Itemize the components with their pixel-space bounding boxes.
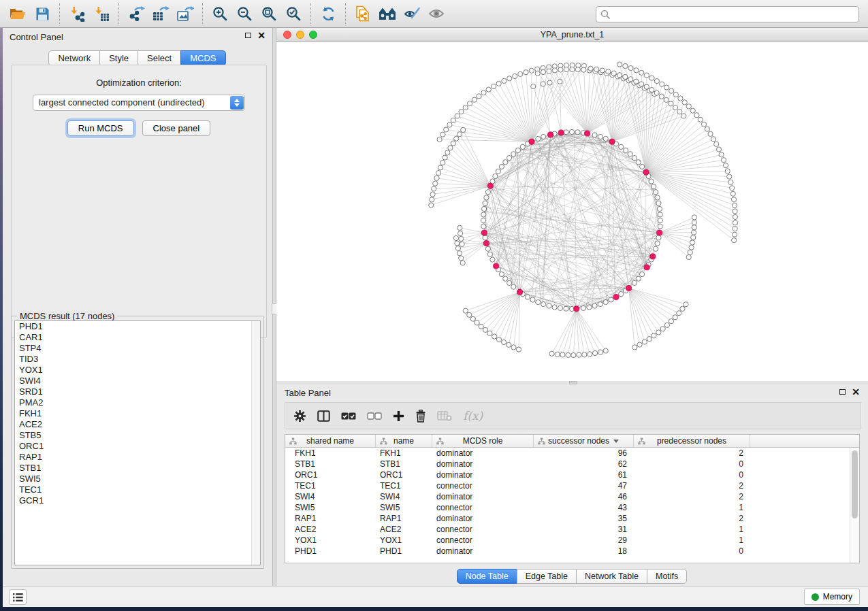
cell-name[interactable]: STB1 — [376, 459, 432, 469]
close-window-icon[interactable] — [283, 31, 291, 39]
result-node-item[interactable]: STB5 — [15, 430, 260, 441]
zoom-selected-button[interactable] — [281, 2, 306, 25]
cell-MCDS-role[interactable]: dominator — [432, 491, 534, 502]
cell-predecessor-nodes[interactable]: 0 — [634, 546, 750, 557]
search-input[interactable] — [613, 10, 854, 19]
table-row[interactable]: YOX1YOX1connector291 — [285, 535, 859, 546]
result-node-item[interactable]: RAP1 — [15, 452, 260, 463]
cell-name[interactable]: FKH1 — [376, 448, 432, 459]
cell-successor-nodes[interactable]: 96 — [534, 448, 634, 459]
cell-predecessor-nodes[interactable]: 1 — [634, 524, 750, 535]
open-session-button[interactable] — [5, 2, 30, 25]
cell-predecessor-nodes[interactable]: 2 — [634, 513, 750, 524]
import-network-button[interactable] — [65, 2, 89, 25]
cell-MCDS-role[interactable]: connector — [432, 535, 534, 546]
cell-successor-nodes[interactable]: 61 — [534, 469, 634, 480]
export-table-button[interactable] — [148, 2, 173, 25]
tab-style[interactable]: Style — [99, 50, 138, 66]
cell-name[interactable]: TEC1 — [376, 480, 432, 491]
float-panel-icon[interactable] — [839, 389, 846, 395]
column-header-successor-nodes[interactable]: successor nodes — [534, 435, 634, 447]
cell-MCDS-role[interactable]: connector — [432, 524, 534, 535]
scrollbar-thumb[interactable] — [852, 450, 858, 518]
cell-successor-nodes[interactable]: 47 — [534, 480, 634, 491]
table-row[interactable]: RAP1RAP1dominator352 — [285, 513, 859, 524]
result-node-item[interactable]: ACE2 — [15, 419, 260, 430]
cell-successor-nodes[interactable]: 31 — [534, 524, 634, 535]
table-row[interactable]: TEC1TEC1connector472 — [285, 480, 859, 491]
cell-shared-name[interactable]: ACE2 — [285, 524, 376, 535]
unselect-all-columns-button[interactable] — [367, 412, 382, 420]
export-image-button[interactable] — [173, 2, 197, 25]
tab-network[interactable]: Network — [48, 50, 100, 66]
result-list-scrollbar[interactable] — [251, 321, 260, 565]
cell-name[interactable]: RAP1 — [376, 513, 432, 524]
result-node-item[interactable]: TID3 — [15, 354, 260, 365]
refresh-view-button[interactable] — [316, 2, 340, 25]
result-node-item[interactable]: GCR1 — [15, 495, 260, 506]
zoom-fit-button[interactable] — [257, 2, 281, 25]
cell-predecessor-nodes[interactable]: 1 — [634, 535, 750, 546]
cell-MCDS-role[interactable]: connector — [432, 502, 534, 513]
cell-shared-name[interactable]: SWI4 — [285, 491, 376, 502]
function-builder-button[interactable]: f(x) — [463, 409, 483, 423]
network-window-titlebar[interactable]: YPA_prune.txt_1 — [276, 28, 868, 42]
table-row[interactable]: ORC1ORC1dominator610 — [285, 469, 859, 480]
cell-shared-name[interactable]: ORC1 — [285, 469, 376, 480]
cell-shared-name[interactable]: RAP1 — [285, 513, 376, 524]
result-node-item[interactable]: STB1 — [15, 463, 260, 474]
tab-mcds[interactable]: MCDS — [180, 50, 225, 66]
cell-shared-name[interactable]: PHD1 — [285, 546, 376, 557]
cell-MCDS-role[interactable]: dominator — [432, 448, 534, 459]
tab-node-table[interactable]: Node Table — [457, 569, 517, 584]
cell-MCDS-role[interactable]: dominator — [432, 469, 534, 480]
cell-shared-name[interactable]: TEC1 — [285, 480, 376, 491]
cell-successor-nodes[interactable]: 35 — [534, 513, 634, 524]
zoom-in-button[interactable] — [208, 2, 232, 25]
zoom-out-button[interactable] — [232, 2, 257, 25]
cell-successor-nodes[interactable]: 29 — [534, 535, 634, 546]
column-header-MCDS-role[interactable]: MCDS role — [432, 435, 534, 447]
hide-graphics-details-button[interactable] — [400, 2, 424, 25]
network-canvas[interactable] — [276, 42, 868, 380]
cell-successor-nodes[interactable]: 18 — [534, 546, 634, 557]
show-graphics-details-button[interactable] — [424, 2, 449, 25]
table-vertical-scrollbar[interactable] — [850, 448, 859, 563]
cell-predecessor-nodes[interactable]: 1 — [634, 502, 750, 513]
result-node-item[interactable]: STP4 — [15, 343, 260, 354]
result-node-item[interactable]: YOX1 — [15, 365, 260, 376]
cell-MCDS-role[interactable]: connector — [432, 480, 534, 491]
column-header-shared-name[interactable]: shared name — [285, 435, 376, 447]
close-panel-icon[interactable]: ✕ — [257, 32, 266, 39]
table-row[interactable]: SWI5SWI5connector431 — [285, 502, 859, 513]
tab-select[interactable]: Select — [138, 50, 181, 66]
column-header-name[interactable]: name — [376, 435, 432, 447]
result-node-item[interactable]: ORC1 — [15, 441, 260, 452]
create-column-button[interactable] — [393, 410, 404, 422]
tab-network-table[interactable]: Network Table — [576, 569, 647, 584]
run-mcds-button[interactable]: Run MCDS — [67, 120, 134, 136]
cell-name[interactable]: SWI4 — [376, 491, 432, 502]
table-row[interactable]: PHD1PHD1dominator180 — [285, 546, 859, 557]
cell-successor-nodes[interactable]: 62 — [534, 459, 634, 469]
network-file-share-button[interactable] — [351, 2, 375, 25]
minimize-window-icon[interactable] — [296, 31, 304, 39]
cell-MCDS-role[interactable]: dominator — [432, 513, 534, 524]
save-session-button[interactable] — [30, 2, 54, 25]
table-row[interactable]: FKH1FKH1dominator962 — [285, 448, 859, 459]
show-panels-list-button[interactable] — [9, 589, 27, 605]
result-node-item[interactable]: PMA2 — [15, 397, 260, 408]
delete-table-button[interactable] — [437, 411, 452, 421]
table-row[interactable]: STB1STB1dominator620 — [285, 459, 859, 469]
select-all-columns-button[interactable] — [341, 412, 356, 420]
cell-name[interactable]: SWI5 — [376, 502, 432, 513]
cell-name[interactable]: ORC1 — [376, 469, 432, 480]
result-node-item[interactable]: SRD1 — [15, 386, 260, 397]
memory-button[interactable]: Memory — [804, 589, 860, 605]
table-settings-button[interactable] — [293, 410, 306, 423]
cell-name[interactable]: PHD1 — [376, 546, 432, 557]
column-header-predecessor-nodes[interactable]: predecessor nodes — [634, 435, 750, 447]
cell-shared-name[interactable]: STB1 — [285, 459, 376, 469]
result-node-item[interactable]: CAR1 — [15, 332, 260, 343]
cell-shared-name[interactable]: YOX1 — [285, 535, 376, 546]
